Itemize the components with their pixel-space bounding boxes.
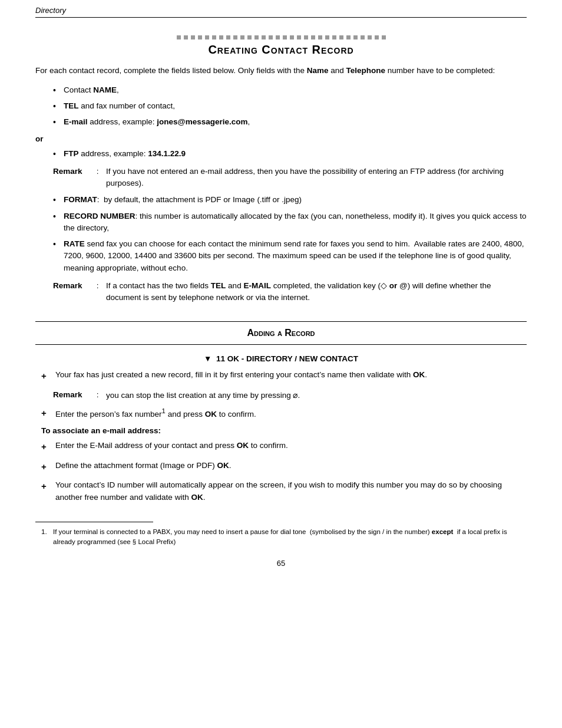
remark-content-2: If a contact has the two fields TEL and …: [106, 280, 527, 304]
dash-24: [339, 35, 343, 39]
remark-colon-2: :: [94, 280, 106, 304]
footnote-number: 1.: [41, 527, 47, 537]
nav-heading: ▼ 11 OK - Directory / New Contact: [35, 354, 527, 363]
bullet-list-3: FORMAT: by default, the attachment is PD…: [53, 194, 527, 274]
remark-block-3: Remark : you can stop the list creation …: [53, 389, 527, 401]
list-item: FTP address, example: 134.1.22.9: [53, 148, 527, 160]
list-item: TEL and fax number of contact,: [53, 100, 527, 112]
divider-line-top: [35, 321, 527, 322]
page-number: 65: [35, 559, 527, 568]
plus-item-1: + Your fax has just created a new record…: [35, 369, 527, 383]
nav-arrow: ▼: [204, 354, 211, 363]
remark-content-3: you can stop the list creation at any ti…: [106, 389, 527, 401]
list-item: RATE send fax you can choose for each co…: [53, 238, 527, 274]
dash-19: [304, 35, 308, 39]
header-title: Directory: [35, 6, 66, 15]
section-creating-contact: Creating Contact Record For each contact…: [35, 35, 527, 304]
section-adding-record: Adding a Record ▼ 11 OK - Directory / Ne…: [35, 321, 527, 503]
dash-22: [325, 35, 329, 39]
plus-content-4: Define the attachment format (Image or P…: [55, 460, 527, 473]
plus-icon-4: +: [41, 460, 53, 473]
remark-colon-1: :: [94, 166, 106, 190]
dash-6: [212, 35, 216, 39]
dash-16: [283, 35, 287, 39]
plus-icon-5: +: [41, 479, 53, 504]
section2-heading: Adding a Record: [35, 325, 527, 341]
plus-content-3: Enter the E-Mail address of your contact…: [55, 440, 527, 453]
plus-item-3: + Enter the E-Mail address of your conta…: [35, 440, 527, 453]
list-item: Contact NAME,: [53, 84, 527, 96]
dash-7: [219, 35, 223, 39]
plus-icon-2: +: [41, 406, 53, 420]
dashes-decoration: [35, 35, 527, 39]
list-item: FORMAT: by default, the attachment is PD…: [53, 194, 527, 206]
dash-29: [375, 35, 379, 39]
dash-4: [198, 35, 202, 39]
list-item: E-mail address, example: jones@messageri…: [53, 116, 527, 128]
plus-item-5: + Your contact’s ID number will automati…: [35, 479, 527, 504]
remark-block-1: Remark : If you have not entered an e-ma…: [53, 166, 527, 190]
section1-heading: Creating Contact Record: [35, 43, 527, 57]
dash-26: [353, 35, 358, 39]
dash-9: [233, 35, 237, 39]
dash-8: [226, 35, 230, 39]
dash-13: [262, 35, 266, 39]
dash-18: [297, 35, 301, 39]
footnote-divider: [35, 522, 153, 522]
page: Directory: [0, 0, 562, 728]
dash-11: [247, 35, 252, 39]
divider-line-bottom: [35, 344, 527, 345]
or-label: or: [35, 134, 527, 143]
remark-label-3: Remark: [53, 389, 94, 401]
dash-28: [368, 35, 372, 39]
plus-item-2: + Enter the person’s fax number1 and pre…: [35, 406, 527, 420]
remark-colon-3: :: [94, 389, 106, 401]
remark-label-2: Remark: [53, 280, 94, 304]
dash-30: [382, 35, 386, 39]
plus-icon-3: +: [41, 440, 53, 453]
dash-1: [177, 35, 181, 39]
dash-15: [276, 35, 280, 39]
plus-content-5: Your contact’s ID number will automatica…: [55, 479, 527, 504]
dash-3: [191, 35, 195, 39]
remark-content-1: If you have not entered an e-mail addres…: [106, 166, 527, 190]
plus-content-1: Your fax has just created a new record, …: [55, 369, 527, 383]
dash-23: [332, 35, 336, 39]
dash-20: [311, 35, 315, 39]
dash-17: [290, 35, 294, 39]
dash-21: [318, 35, 322, 39]
plus-content-2: Enter the person’s fax number1 and press…: [55, 406, 527, 420]
dash-14: [269, 35, 273, 39]
list-item: RECORD NUMBER: this number is automatica…: [53, 210, 527, 235]
dash-5: [205, 35, 209, 39]
assoc-heading: To associate an e-mail address:: [41, 426, 527, 435]
dash-12: [254, 35, 259, 39]
section1-intro: For each contact record, complete the fi…: [35, 65, 527, 77]
divider-section: Adding a Record: [35, 321, 527, 345]
dash-10: [240, 35, 244, 39]
dash-27: [361, 35, 365, 39]
dash-25: [346, 35, 351, 39]
bullet-list-2: FTP address, example: 134.1.22.9: [53, 148, 527, 160]
nav-text: 11 OK - Directory / New Contact: [216, 354, 358, 363]
dash-2: [184, 35, 188, 39]
remark-label-1: Remark: [53, 166, 94, 190]
remark-block-2: Remark : If a contact has the two fields…: [53, 280, 527, 304]
header-bar: Directory: [35, 6, 527, 18]
plus-icon-1: +: [41, 369, 53, 383]
footnote: 1. If your terminal is connected to a PA…: [35, 527, 527, 548]
plus-item-4: + Define the attachment format (Image or…: [35, 460, 527, 473]
bullet-list-1: Contact NAME, TEL and fax number of cont…: [53, 84, 527, 129]
